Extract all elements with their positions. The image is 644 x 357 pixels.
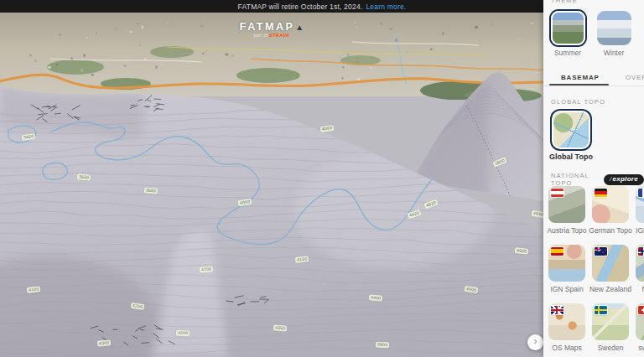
list-item: German Topo bbox=[592, 186, 629, 235]
flag-austria-icon bbox=[551, 189, 564, 197]
list-item: New Zealand bbox=[592, 245, 629, 293]
tab-basemap[interactable]: BASEMAP bbox=[561, 74, 600, 81]
norway-thumbnail[interactable] bbox=[636, 245, 644, 282]
fatmap-app: FATMAP will retire October 1st, 2024. Le… bbox=[0, 0, 644, 357]
global-topo-label: Global Topo bbox=[549, 153, 593, 161]
explore-badge-label: explore bbox=[612, 175, 638, 183]
flag-germany-icon bbox=[595, 189, 607, 197]
flag-spain-icon bbox=[551, 247, 564, 256]
swisstopo-thumbnail[interactable] bbox=[636, 303, 644, 340]
explore-badge: /explore bbox=[604, 174, 644, 185]
list-item: Norway bbox=[636, 245, 644, 293]
flag-sweden-icon bbox=[595, 306, 607, 314]
terrain-3d-map[interactable]: FATMAP will retire October 1st, 2024. Le… bbox=[0, 0, 543, 357]
ign-france-thumbnail[interactable] bbox=[636, 186, 644, 223]
os-maps-thumbnail[interactable] bbox=[548, 303, 585, 340]
list-item: OS Maps bbox=[548, 303, 585, 352]
flag-france-icon bbox=[638, 189, 644, 197]
active-tab-indicator bbox=[549, 84, 609, 86]
list-item: Sweden bbox=[592, 303, 629, 352]
panel-tabs: BASEMAP OVERLAYS bbox=[543, 70, 644, 86]
chevron-right-icon: › bbox=[534, 335, 538, 347]
sweden-thumbnail[interactable] bbox=[592, 303, 629, 340]
theme-selector: Summer Winter bbox=[549, 11, 632, 57]
panel-collapse-button[interactable]: › bbox=[527, 334, 543, 350]
retirement-banner: FATMAP will retire October 1st, 2024. Le… bbox=[0, 0, 543, 13]
theme-winter-thumbnail[interactable] bbox=[597, 11, 631, 45]
global-topo-section-title: GLOBAL TOPO bbox=[551, 98, 605, 106]
national-topo-section-title: NATIONAL TOPO bbox=[551, 172, 598, 187]
flag-new-zealand-icon bbox=[595, 247, 607, 256]
theme-summer-label: Summer bbox=[549, 49, 586, 57]
new-zealand-thumbnail[interactable] bbox=[592, 245, 629, 282]
list-item: IGN Spain bbox=[548, 245, 585, 293]
theme-section-title: THEME bbox=[551, 0, 578, 4]
flag-uk-icon bbox=[551, 306, 564, 314]
global-topo-item: Global Topo bbox=[549, 111, 593, 161]
list-item: Austria Topo bbox=[548, 186, 585, 235]
list-item: swisstopo bbox=[636, 303, 644, 352]
austria-topo-thumbnail[interactable] bbox=[548, 186, 585, 223]
flag-switzerland-icon bbox=[638, 306, 644, 314]
theme-summer-thumbnail[interactable] bbox=[551, 11, 585, 45]
german-topo-thumbnail[interactable] bbox=[592, 186, 629, 223]
list-item: IGN France bbox=[636, 186, 644, 235]
terrain-svg bbox=[0, 0, 543, 357]
basemap-panel: THEME Summer Winter BASEMAP OVERLAYS GLO… bbox=[543, 0, 644, 357]
banner-text: FATMAP will retire October 1st, 2024. bbox=[238, 3, 363, 11]
global-topo-thumbnail[interactable] bbox=[552, 111, 590, 149]
national-topo-grid: Austria Topo German Topo IGN France IGN … bbox=[548, 186, 644, 357]
tab-overlays[interactable]: OVERLAYS bbox=[626, 74, 644, 81]
learn-more-link[interactable]: Learn more. bbox=[366, 3, 406, 11]
national-topo-header: NATIONAL TOPO /explore bbox=[551, 172, 644, 187]
theme-winter-label: Winter bbox=[595, 49, 632, 57]
flag-norway-icon bbox=[638, 247, 644, 256]
ign-spain-thumbnail[interactable] bbox=[548, 245, 585, 282]
